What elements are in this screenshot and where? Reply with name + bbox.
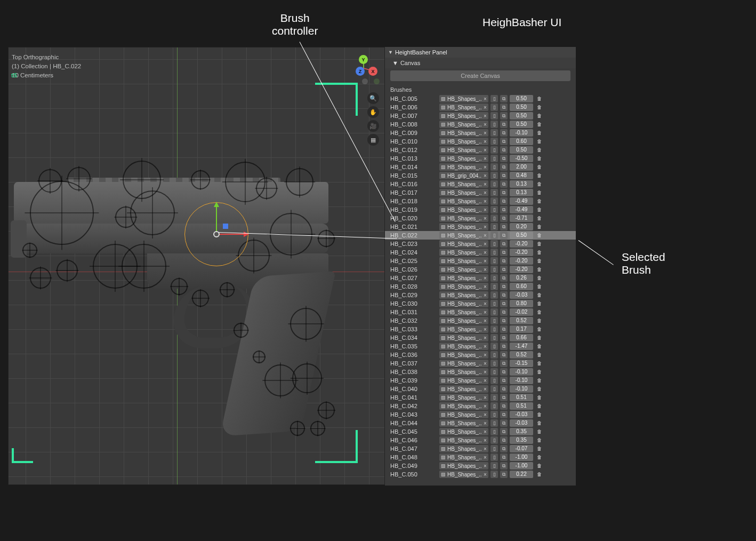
image-field[interactable]: ▧HB_Shapes_..×: [439, 377, 488, 384]
brush-row[interactable]: HB_C.040▧HB_Shapes_..×▯⧉-0.10🗑: [385, 385, 576, 393]
height-value-field[interactable]: -0.49: [510, 197, 533, 205]
height-value-field[interactable]: 0.13: [510, 180, 533, 188]
height-value-field[interactable]: -0.10: [510, 385, 533, 393]
move-x-handle[interactable]: [218, 234, 247, 235]
height-value-field[interactable]: -0.20: [510, 266, 533, 273]
canvas-subpanel-header[interactable]: ▼ Canvas: [385, 58, 576, 68]
image-field[interactable]: ▧HB_Shapes_..×: [439, 308, 488, 316]
open-image-icon[interactable]: ▯: [490, 189, 498, 196]
clear-image-icon[interactable]: ×: [482, 352, 488, 358]
brush-row[interactable]: HB_C.006▧HB_Shapes_..×▯⧉0.50🗑: [385, 103, 576, 112]
panel-header[interactable]: ▼ HeightBasher Panel: [385, 47, 576, 58]
duplicate-icon[interactable]: ⧉: [500, 129, 508, 137]
image-field[interactable]: ▧HB_grip_004..×: [439, 172, 488, 179]
open-image-icon[interactable]: ▯: [490, 223, 498, 230]
height-value-field[interactable]: -1.00: [510, 462, 533, 470]
image-field[interactable]: ▧HB_Shapes_..×: [439, 223, 488, 230]
duplicate-icon[interactable]: ⧉: [500, 155, 508, 162]
height-value-field[interactable]: 0.80: [510, 300, 533, 307]
pan-icon[interactable]: ✋: [367, 106, 379, 118]
brush-row[interactable]: HB_C.007▧HB_Shapes_..×▯⧉0.50🗑: [385, 112, 576, 120]
axis-y-icon[interactable]: Y: [359, 55, 368, 64]
image-field[interactable]: ▧HB_Shapes_..×: [439, 454, 488, 461]
height-value-field[interactable]: 0.50: [510, 112, 533, 120]
image-field[interactable]: ▧HB_Shapes_..×: [439, 462, 488, 470]
image-field[interactable]: ▧HB_Shapes_..×: [439, 95, 488, 102]
clear-image-icon[interactable]: ×: [482, 130, 488, 136]
delete-brush-icon[interactable]: 🗑: [535, 240, 543, 248]
axis-neg-icon[interactable]: [362, 78, 368, 84]
clear-image-icon[interactable]: ×: [482, 378, 488, 384]
duplicate-icon[interactable]: ⧉: [500, 172, 508, 179]
height-value-field[interactable]: 0.50: [510, 232, 533, 239]
delete-brush-icon[interactable]: 🗑: [535, 343, 543, 350]
clear-image-icon[interactable]: ×: [482, 429, 488, 435]
height-value-field[interactable]: 0.50: [510, 121, 533, 128]
duplicate-icon[interactable]: ⧉: [500, 249, 508, 256]
open-image-icon[interactable]: ▯: [490, 95, 498, 102]
duplicate-icon[interactable]: ⧉: [500, 112, 508, 120]
brush-row[interactable]: HB_C.017▧HB_Shapes_..×▯⧉0.13🗑: [385, 188, 576, 197]
open-image-icon[interactable]: ▯: [490, 317, 498, 324]
open-image-icon[interactable]: ▯: [490, 283, 498, 290]
brush-row[interactable]: HB_C.041▧HB_Shapes_..×▯⧉0.51🗑: [385, 393, 576, 402]
height-value-field[interactable]: 0.52: [510, 317, 533, 324]
clear-image-icon[interactable]: ×: [482, 301, 488, 307]
height-value-field[interactable]: 0.51: [510, 394, 533, 401]
image-field[interactable]: ▧HB_Shapes_..×: [439, 317, 488, 324]
axis-neg-icon[interactable]: [374, 78, 380, 84]
delete-brush-icon[interactable]: 🗑: [535, 325, 543, 333]
open-image-icon[interactable]: ▯: [490, 172, 498, 179]
open-image-icon[interactable]: ▯: [490, 257, 498, 265]
duplicate-icon[interactable]: ⧉: [500, 266, 508, 273]
duplicate-icon[interactable]: ⧉: [500, 146, 508, 154]
duplicate-icon[interactable]: ⧉: [500, 343, 508, 350]
duplicate-icon[interactable]: ⧉: [500, 445, 508, 452]
brush-controller-circle[interactable]: [290, 308, 322, 340]
height-value-field[interactable]: 0.52: [510, 351, 533, 359]
open-image-icon[interactable]: ▯: [490, 163, 498, 171]
axis-x-icon[interactable]: X: [368, 67, 377, 76]
height-value-field[interactable]: 2.00: [510, 163, 533, 171]
image-field[interactable]: ▧HB_Shapes_..×: [439, 214, 488, 222]
image-field[interactable]: ▧HB_Shapes_..×: [439, 300, 488, 307]
clear-image-icon[interactable]: ×: [482, 156, 488, 162]
image-field[interactable]: ▧HB_Shapes_..×: [439, 146, 488, 154]
clear-image-icon[interactable]: ×: [482, 173, 488, 179]
height-value-field[interactable]: -0.02: [510, 308, 533, 316]
height-value-field[interactable]: -0.03: [510, 411, 533, 418]
delete-brush-icon[interactable]: 🗑: [535, 189, 543, 196]
open-image-icon[interactable]: ▯: [490, 214, 498, 222]
brush-controller-circle[interactable]: [286, 168, 313, 196]
clear-image-icon[interactable]: ×: [482, 446, 488, 452]
height-value-field[interactable]: -0.71: [510, 214, 533, 222]
image-field[interactable]: ▧HB_Shapes_..×: [439, 419, 488, 427]
duplicate-icon[interactable]: ⧉: [500, 419, 508, 427]
open-image-icon[interactable]: ▯: [490, 402, 498, 410]
brush-row[interactable]: HB_C.024▧HB_Shapes_..×▯⧉-0.20🗑: [385, 248, 576, 257]
delete-brush-icon[interactable]: 🗑: [535, 454, 543, 461]
clear-image-icon[interactable]: ×: [482, 96, 488, 102]
open-image-icon[interactable]: ▯: [490, 240, 498, 248]
open-image-icon[interactable]: ▯: [490, 436, 498, 444]
duplicate-icon[interactable]: ⧉: [500, 411, 508, 418]
disclosure-triangle-icon[interactable]: ▼: [392, 60, 398, 66]
open-image-icon[interactable]: ▯: [490, 308, 498, 316]
brush-row[interactable]: HB_C.032▧HB_Shapes_..×▯⧉0.52🗑: [385, 316, 576, 325]
delete-brush-icon[interactable]: 🗑: [535, 146, 543, 154]
image-field[interactable]: ▧HB_Shapes_..×: [439, 351, 488, 359]
image-field[interactable]: ▧HB_Shapes_..×: [439, 325, 488, 333]
brush-controller-circle[interactable]: [234, 323, 248, 338]
height-value-field[interactable]: -0.49: [510, 206, 533, 213]
clear-image-icon[interactable]: ×: [482, 403, 488, 409]
create-canvas-button[interactable]: Create Canvas: [390, 70, 570, 81]
height-value-field[interactable]: 0.60: [510, 283, 533, 290]
height-value-field[interactable]: -0.10: [510, 368, 533, 376]
duplicate-icon[interactable]: ⧉: [500, 180, 508, 188]
duplicate-icon[interactable]: ⧉: [500, 223, 508, 230]
clear-image-icon[interactable]: ×: [482, 275, 488, 281]
duplicate-icon[interactable]: ⧉: [500, 274, 508, 282]
delete-brush-icon[interactable]: 🗑: [535, 428, 543, 435]
delete-brush-icon[interactable]: 🗑: [535, 163, 543, 171]
open-image-icon[interactable]: ▯: [490, 291, 498, 299]
